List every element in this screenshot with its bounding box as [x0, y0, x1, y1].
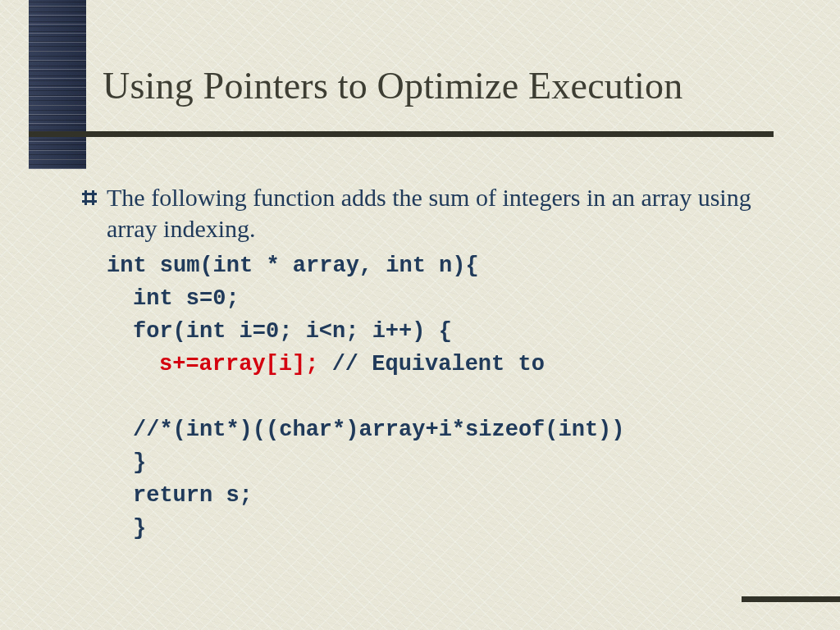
code-line: int sum(int * array, int n){	[107, 253, 479, 278]
corner-decoration	[742, 596, 840, 602]
code-line: }	[107, 513, 146, 546]
title-underline	[29, 131, 774, 137]
code-line: return s;	[107, 480, 253, 513]
code-line: for(int i=0; i<n; i++) {	[107, 316, 452, 349]
slide-body: The following function adds the sum of i…	[82, 182, 788, 546]
code-line: int s=0;	[107, 283, 240, 316]
hash-bullet-icon	[82, 190, 97, 205]
bullet-item: The following function adds the sum of i…	[82, 182, 788, 244]
code-highlight: s+=array[i];	[159, 352, 318, 377]
code-line: }	[107, 447, 146, 480]
code-line: //*(int*)((char*)array+i*sizeof(int))	[107, 414, 625, 447]
slide-title: Using Pointers to Optimize Execution	[103, 64, 682, 107]
code-line: s+=array[i]; // Equivalent to	[107, 349, 545, 381]
code-block: int sum(int * array, int n){ int s=0; fo…	[107, 250, 788, 546]
bullet-text: The following function adds the sum of i…	[107, 182, 788, 244]
code-comment: // Equivalent to	[318, 352, 544, 377]
decorative-stripe-block	[29, 0, 86, 169]
